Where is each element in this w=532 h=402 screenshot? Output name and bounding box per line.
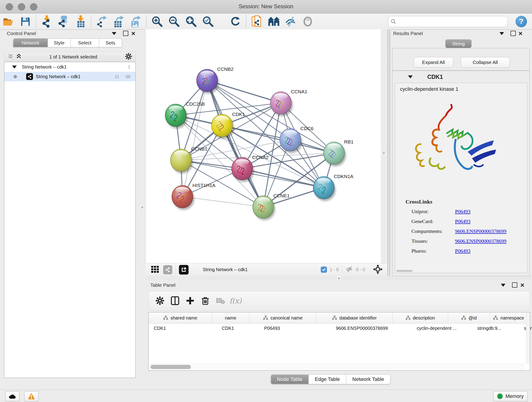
column-header-database-identifier[interactable]: database identifier xyxy=(317,313,393,323)
node-label-HIST1H1A: HIST1H1A xyxy=(192,183,215,188)
tab-edge-table[interactable]: Edge Table xyxy=(309,375,346,384)
collection-expand-icon[interactable] xyxy=(12,65,17,69)
export-table-button[interactable] xyxy=(112,15,126,28)
crosslink-value[interactable]: P06493 xyxy=(455,248,470,254)
node-CDC6[interactable]: CDC6 xyxy=(280,126,313,153)
column-header-description[interactable]: description xyxy=(393,313,448,323)
left-splitter-handle[interactable] xyxy=(139,205,144,210)
crosslink-value[interactable]: P06493 xyxy=(455,218,470,224)
scrollbar-thumb[interactable] xyxy=(151,365,191,369)
network-collection-row[interactable]: String Network – cdk1 1 xyxy=(4,62,135,72)
import-network-database-button[interactable] xyxy=(57,15,71,28)
tab-sets[interactable]: Sets xyxy=(99,38,122,47)
collapse-all-button[interactable]: Collapse All xyxy=(461,57,510,68)
refresh-view-button[interactable] xyxy=(228,15,243,28)
export-image-button[interactable] xyxy=(129,15,143,28)
tab-network[interactable]: Network xyxy=(13,38,48,47)
node-label-CCNA1: CCNA1 xyxy=(291,89,307,94)
bottom-splitter-handle[interactable] xyxy=(336,276,341,281)
create-column-icon[interactable] xyxy=(183,293,198,308)
control-panel-collapse-button[interactable] xyxy=(112,32,116,35)
hide-selected-button[interactable] xyxy=(284,15,298,28)
tab-network-table[interactable]: Network Table xyxy=(346,375,390,384)
crosslink-value[interactable]: 9606.ENSP00000378699 xyxy=(455,238,506,244)
column-header-shared-name[interactable]: shared name xyxy=(149,313,212,323)
tab-string[interactable]: String xyxy=(445,39,472,48)
show-grid-icon[interactable] xyxy=(151,265,159,274)
right-splitter-handle[interactable] xyxy=(381,150,386,155)
export-network-button[interactable] xyxy=(95,15,109,28)
search-input[interactable] xyxy=(398,19,505,24)
network-canvas[interactable]: CCNB2 CCNA1 CDC25B CDK1 CDC6 xyxy=(145,29,381,263)
warning-button[interactable] xyxy=(24,391,38,401)
node-HIST1H1A[interactable]: HIST1H1A xyxy=(172,183,215,210)
node-CCNE1[interactable]: CCNE1 xyxy=(253,193,290,220)
node-CDK1[interactable]: CDK1 xyxy=(211,112,245,139)
table-row[interactable]: CDK1CDK1P064939606.ENSP00000378699cyclin… xyxy=(149,324,530,333)
column-header-canonical-name[interactable]: canonical name xyxy=(249,313,317,323)
birds-eye-view-icon[interactable] xyxy=(373,264,383,275)
memory-button[interactable]: Memory xyxy=(493,391,528,401)
string-style-icon[interactable] xyxy=(163,265,172,274)
cloud-button[interactable] xyxy=(5,391,19,401)
show-column-icon[interactable] xyxy=(167,293,183,308)
results-panel-collapse-button[interactable] xyxy=(500,32,504,35)
collapse-all-networks-icon[interactable] xyxy=(16,53,22,60)
expand-all-button[interactable]: Expand All xyxy=(413,57,453,68)
show-graphics-details-button[interactable] xyxy=(301,15,315,28)
first-neighbors-button[interactable] xyxy=(267,15,281,28)
control-panel-close-button[interactable]: × xyxy=(131,31,135,36)
node-CCNA2[interactable]: CCNA2 xyxy=(232,155,268,182)
search-box[interactable] xyxy=(388,16,508,27)
crosslink-value[interactable]: 9606.ENSP00000378699 xyxy=(455,228,506,234)
zoom-out-button[interactable] xyxy=(167,15,181,28)
node-CDKN1A[interactable]: CDKN1A xyxy=(313,174,353,201)
delete-column-icon[interactable] xyxy=(198,293,213,308)
selected-checkbox[interactable] xyxy=(321,267,327,273)
help-button[interactable]: ? xyxy=(515,16,527,27)
tab-node-table[interactable]: Node Table xyxy=(271,375,309,384)
table-horizontal-scrollbar[interactable] xyxy=(149,364,525,370)
zoom-selected-button[interactable] xyxy=(201,15,215,28)
node-CCNB2[interactable]: CCNB2 xyxy=(196,66,234,94)
network-row[interactable]: String Network – cdk1 11 48 xyxy=(4,72,135,81)
zoom-fit-button[interactable] xyxy=(184,15,198,28)
tab-style[interactable]: Style xyxy=(48,38,70,47)
tab-select[interactable]: Select xyxy=(70,38,99,47)
table-cell: stringdb xyxy=(519,324,532,333)
results-panel-float-button[interactable] xyxy=(510,31,516,36)
network-edges[interactable] xyxy=(176,80,334,207)
column-header-namespace[interactable]: namespace xyxy=(490,313,527,323)
control-panel-float-button[interactable] xyxy=(123,31,128,36)
table-vertical-scrollbar[interactable] xyxy=(526,313,530,364)
control-panel-title: Control Panel xyxy=(7,31,36,36)
section-expand-icon[interactable] xyxy=(408,75,413,78)
new-session-from-network-button[interactable] xyxy=(250,15,264,28)
column-header-name[interactable]: name xyxy=(212,313,249,323)
save-session-icon xyxy=(20,16,31,27)
table-settings-gear-icon[interactable] xyxy=(152,293,167,308)
column-label: description xyxy=(413,315,435,321)
save-session-button[interactable] xyxy=(18,15,32,28)
function-builder-icon: f(x) xyxy=(228,293,243,308)
table-panel-close-button[interactable]: × xyxy=(520,283,525,287)
expand-all-networks-icon[interactable] xyxy=(7,53,13,60)
gene-section-header[interactable]: CDK1 xyxy=(393,71,530,83)
zoom-in-button[interactable] xyxy=(150,15,164,28)
node-CCNB1[interactable]: CCNB1 xyxy=(171,146,207,173)
table-panel-collapse-button[interactable] xyxy=(501,284,505,287)
table-panel-float-button[interactable] xyxy=(512,282,517,288)
toolbar-separator xyxy=(36,15,36,28)
crosslink-value[interactable]: P06493 xyxy=(455,209,470,215)
node-CCNA1[interactable]: CCNA1 xyxy=(270,89,307,116)
import-network-file-button[interactable] xyxy=(40,15,54,28)
open-session-button[interactable] xyxy=(1,15,16,28)
node-RB1[interactable]: RB1 xyxy=(323,139,354,166)
results-panel-close-button[interactable]: × xyxy=(519,31,523,36)
column-header--id[interactable]: @id xyxy=(448,313,490,323)
results-scrollbar[interactable] xyxy=(396,270,412,272)
gear-icon[interactable] xyxy=(125,53,132,61)
hidden-eye-icon[interactable] xyxy=(346,266,354,274)
open-in-new-window-icon[interactable] xyxy=(179,265,189,274)
import-table-file-button[interactable] xyxy=(74,15,88,28)
